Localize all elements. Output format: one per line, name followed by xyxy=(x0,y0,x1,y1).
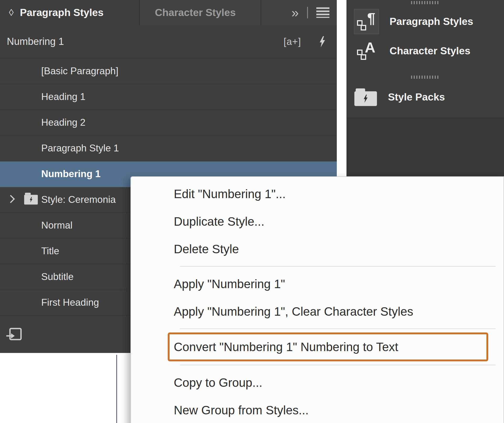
menu-item-apply-numbering-1-clear-character-styles[interactable]: Apply "Numbering 1", Clear Character Sty… xyxy=(131,298,503,325)
tabbar-divider xyxy=(307,7,308,18)
style-label: First Heading xyxy=(41,297,99,308)
dock-label-style-packs: Style Packs xyxy=(388,91,445,103)
dock-item-style-packs[interactable]: Style Packs xyxy=(347,82,504,112)
menu-item-label: Apply "Numbering 1" xyxy=(174,277,285,291)
menu-item-label: Apply "Numbering 1", Clear Character Sty… xyxy=(174,304,413,319)
menu-item-duplicate-style[interactable]: Duplicate Style... xyxy=(131,208,503,235)
menu-item-label: Delete Style xyxy=(174,242,239,256)
menu-item-edit-numbering-1[interactable]: Edit "Numbering 1"... xyxy=(131,180,503,208)
menu-item-label: Duplicate Style... xyxy=(174,214,264,229)
quick-style-lightning-icon[interactable] xyxy=(318,36,326,48)
menu-separator xyxy=(180,329,496,329)
tab-character-styles[interactable]: Character Styles xyxy=(139,0,261,25)
style-label: Numbering 1 xyxy=(41,168,101,179)
tab-paragraph-styles[interactable]: ◊ Paragraph Styles xyxy=(0,0,139,25)
paragraph-glyph: ¶ xyxy=(367,10,375,26)
style-label: Subtitle xyxy=(41,271,74,282)
current-style-name: Numbering 1 xyxy=(7,36,64,47)
tabbar-controls: » xyxy=(291,0,337,25)
collapse-panel-icon[interactable]: » xyxy=(291,6,299,19)
chevron-right-icon[interactable] xyxy=(7,195,15,203)
menu-separator xyxy=(180,266,496,267)
current-style-row: Numbering 1 [a+] xyxy=(0,25,337,58)
column-guide-line xyxy=(116,355,117,423)
style-label: Heading 2 xyxy=(41,117,86,128)
dock-label-character-styles: Character Styles xyxy=(390,45,470,57)
paragraph-styles-icon: ¶ xyxy=(354,9,379,34)
style-row-basic-paragraph[interactable]: [Basic Paragraph] xyxy=(0,59,337,84)
style-label: Normal xyxy=(41,220,72,231)
menu-item-new-group-from-styles[interactable]: New Group from Styles... xyxy=(131,396,503,423)
tab-character-styles-label: Character Styles xyxy=(155,7,236,18)
list-by-type-icon[interactable]: [a+] xyxy=(284,36,301,47)
menu-item-convert-numbering-1-numbering-to-text[interactable]: Convert "Numbering 1" Numbering to Text xyxy=(168,332,488,361)
menu-item-label: Copy to Group... xyxy=(174,376,262,390)
panel-tabbar: ◊ Paragraph Styles Character Styles » xyxy=(0,0,337,25)
style-group-folder-icon xyxy=(24,195,38,205)
app-screen: ◊ Paragraph Styles Character Styles » Nu… xyxy=(0,0,504,423)
header-icons: [a+] xyxy=(284,36,326,48)
panel-menu-icon[interactable] xyxy=(316,7,329,18)
import-styles-icon[interactable] xyxy=(6,327,22,341)
dock-grip-handle[interactable] xyxy=(411,76,440,79)
style-label: Title xyxy=(41,246,59,257)
style-row-heading-2[interactable]: Heading 2 xyxy=(0,110,337,136)
dock-item-paragraph-styles[interactable]: ¶ Paragraph Styles xyxy=(347,7,504,36)
style-label: [Basic Paragraph] xyxy=(41,66,118,77)
dock-label-paragraph-styles: Paragraph Styles xyxy=(390,16,473,27)
style-label: Style: Ceremonia xyxy=(41,194,116,205)
menu-item-apply-numbering-1[interactable]: Apply "Numbering 1" xyxy=(131,270,503,298)
menu-item-copy-to-group[interactable]: Copy to Group... xyxy=(131,369,503,396)
style-row-paragraph-style-1[interactable]: Paragraph Style 1 xyxy=(0,136,337,161)
style-row-heading-1[interactable]: Heading 1 xyxy=(0,84,337,110)
style-packs-folder-icon xyxy=(354,91,377,106)
character-glyph: A xyxy=(365,39,375,56)
menu-item-label: New Group from Styles... xyxy=(174,403,309,417)
style-label: Paragraph Style 1 xyxy=(41,143,119,154)
menu-item-label: Convert "Numbering 1" Numbering to Text xyxy=(174,340,398,354)
dock-item-character-styles[interactable]: A Character Styles xyxy=(347,36,504,66)
menu-separator xyxy=(180,365,496,365)
character-styles-icon: A xyxy=(354,39,379,63)
style-square-icon xyxy=(361,25,366,30)
dock-grip-handle[interactable] xyxy=(411,1,440,4)
context-menu: Edit "Numbering 1"... Duplicate Style...… xyxy=(130,176,504,423)
tab-paragraph-styles-label: Paragraph Styles xyxy=(20,7,104,18)
panel-diamond-icon: ◊ xyxy=(9,7,14,18)
style-label: Heading 1 xyxy=(41,91,86,102)
menu-item-delete-style[interactable]: Delete Style xyxy=(131,235,503,263)
menu-item-label: Edit "Numbering 1"... xyxy=(174,187,286,201)
style-square-icon xyxy=(361,54,366,60)
